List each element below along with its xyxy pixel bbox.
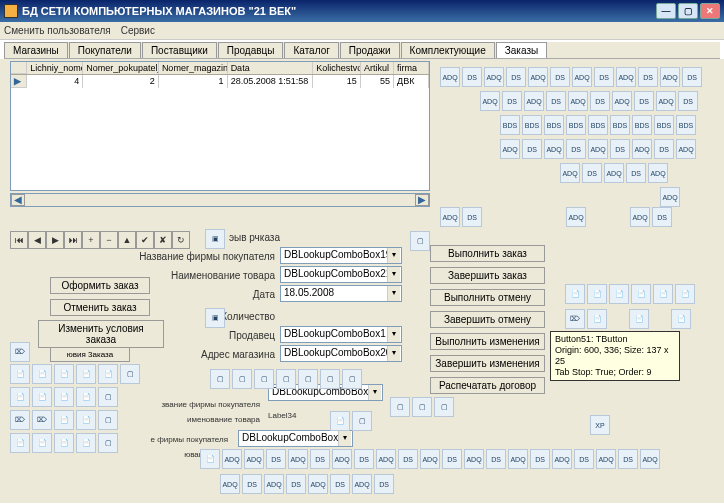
report-icon[interactable]: 📄 xyxy=(54,410,74,430)
report-icon[interactable]: 📄 xyxy=(32,364,52,384)
nav-prior-icon[interactable]: ◀ xyxy=(28,231,46,249)
ado-query-icon[interactable]: ADQ xyxy=(630,207,650,227)
datasource-icon[interactable]: DS xyxy=(522,139,542,159)
button-cancel-order[interactable]: Отменить заказ xyxy=(50,299,150,316)
tab-sellers[interactable]: Продавцы xyxy=(218,42,284,58)
ado-query-icon[interactable]: ADQ xyxy=(640,449,660,469)
col-pokupatel[interactable]: Nomer_pokupatelja xyxy=(83,62,159,74)
ado-query-icon[interactable]: ADQ xyxy=(484,67,504,87)
button-make-order[interactable]: Оформить заказ xyxy=(50,277,150,294)
bde-icon[interactable]: BDS xyxy=(544,115,564,135)
tab-orders[interactable]: Заказы xyxy=(496,42,547,58)
datasource-icon[interactable]: DS xyxy=(626,163,646,183)
checkbox-icon[interactable]: ▣ xyxy=(205,308,225,328)
ado-query-icon[interactable]: ADQ xyxy=(220,474,240,494)
menu-service[interactable]: Сервис xyxy=(121,25,155,36)
input-date[interactable]: 18.05.2008 xyxy=(280,285,402,302)
bin-icon[interactable]: ⌦ xyxy=(10,410,30,430)
report-icon[interactable]: 📄 xyxy=(76,433,96,453)
tab-sales[interactable]: Продажи xyxy=(340,42,400,58)
panel-icon[interactable]: ▢ xyxy=(98,387,118,407)
bde-icon[interactable]: BDS xyxy=(654,115,674,135)
panel-icon[interactable]: ▢ xyxy=(352,411,372,431)
report-icon[interactable]: 📄 xyxy=(200,449,220,469)
checkbox-icon[interactable]: ▣ xyxy=(205,229,225,249)
button-finish-order[interactable]: Завершить заказ xyxy=(430,267,545,284)
datasource-icon[interactable]: DS xyxy=(374,474,394,494)
panel-icon[interactable]: ▢ xyxy=(298,369,318,389)
ado-query-icon[interactable]: ADQ xyxy=(648,163,668,183)
datasource-icon[interactable]: DS xyxy=(506,67,526,87)
ado-query-icon[interactable]: ADQ xyxy=(616,67,636,87)
nav-edit-icon[interactable]: ▲ xyxy=(118,231,136,249)
scroll-right-icon[interactable]: ▶ xyxy=(415,194,429,206)
nav-delete-icon[interactable]: − xyxy=(100,231,118,249)
ado-query-icon[interactable]: ADQ xyxy=(528,67,548,87)
xp-manifest-icon[interactable]: XP xyxy=(590,415,610,435)
close-button[interactable]: ✕ xyxy=(700,3,720,19)
datasource-icon[interactable]: DS xyxy=(678,91,698,111)
report-icon[interactable]: 📄 xyxy=(330,411,350,431)
report-icon[interactable]: 📄 xyxy=(653,284,673,304)
ado-query-icon[interactable]: ADQ xyxy=(560,163,580,183)
bde-icon[interactable]: BDS xyxy=(588,115,608,135)
report-icon[interactable]: 📄 xyxy=(629,309,649,329)
col-artikul[interactable]: Artikul xyxy=(361,62,394,74)
tab-shops[interactable]: Магазины xyxy=(4,42,68,58)
nav-refresh-icon[interactable]: ↻ xyxy=(172,231,190,249)
ado-query-icon[interactable]: ADQ xyxy=(524,91,544,111)
report-icon[interactable]: 📄 xyxy=(32,387,52,407)
panel-icon[interactable]: ▢ xyxy=(320,369,340,389)
ado-query-icon[interactable]: ADQ xyxy=(660,187,680,207)
report-icon[interactable]: 📄 xyxy=(587,284,607,304)
datasource-icon[interactable]: DS xyxy=(442,449,462,469)
datasource-icon[interactable]: DS xyxy=(618,449,638,469)
ado-query-icon[interactable]: ADQ xyxy=(552,449,572,469)
combo-buyer-firm[interactable]: DBLookupComboBox19 xyxy=(280,247,402,264)
datasource-icon[interactable]: DS xyxy=(242,474,262,494)
report-icon[interactable]: 📄 xyxy=(587,309,607,329)
datasource-icon[interactable]: DS xyxy=(310,449,330,469)
button-print-contract[interactable]: Распечатать договор xyxy=(430,377,545,394)
ado-query-icon[interactable]: ADQ xyxy=(656,91,676,111)
button-finish-changes[interactable]: Завершить изменения xyxy=(430,355,545,372)
datasource-icon[interactable]: DS xyxy=(594,67,614,87)
grid-body[interactable]: ▶ 4 2 1 28.05.2008 1:51:58 15 55 ДВК xyxy=(11,75,429,175)
datasource-icon[interactable]: DS xyxy=(638,67,658,87)
ado-query-icon[interactable]: ADQ xyxy=(332,449,352,469)
datasource-icon[interactable]: DS xyxy=(654,139,674,159)
combo-seller[interactable]: DBLookupComboBox1 xyxy=(280,326,402,343)
bin-icon[interactable]: ⌦ xyxy=(565,309,585,329)
nav-next-icon[interactable]: ▶ xyxy=(46,231,64,249)
button-do-cancel[interactable]: Выполнить отмену xyxy=(430,289,545,306)
bde-icon[interactable]: BDS xyxy=(676,115,696,135)
col-kolich[interactable]: Kolichestvo xyxy=(313,62,361,74)
datasource-icon[interactable]: DS xyxy=(566,139,586,159)
datasource-icon[interactable]: DS xyxy=(530,449,550,469)
panel-icon[interactable]: ▢ xyxy=(98,410,118,430)
panel-icon[interactable]: ADQ xyxy=(222,449,242,469)
button-change-conditions-2[interactable]: ювия 3аказа xyxy=(50,347,130,362)
nav-cancel-icon[interactable]: ✘ xyxy=(154,231,172,249)
datasource-icon[interactable]: DS xyxy=(286,474,306,494)
col-magazin[interactable]: Nomer_magazina xyxy=(159,62,228,74)
tab-suppliers[interactable]: Поставщики xyxy=(142,42,217,58)
datasource-icon[interactable]: DS xyxy=(502,91,522,111)
report-icon[interactable]: 📄 xyxy=(98,364,118,384)
report-icon[interactable]: 📄 xyxy=(10,364,30,384)
ado-query-icon[interactable]: ADQ xyxy=(544,139,564,159)
report-icon[interactable]: 📄 xyxy=(10,387,30,407)
datasource-icon[interactable]: DS xyxy=(634,91,654,111)
datasource-icon[interactable]: DS xyxy=(574,449,594,469)
datasource-icon[interactable]: DS xyxy=(266,449,286,469)
report-icon[interactable]: 📄 xyxy=(32,433,52,453)
datasource-icon[interactable]: DS xyxy=(590,91,610,111)
panel-icon[interactable]: ▢ xyxy=(390,397,410,417)
bin-icon[interactable]: ⌦ xyxy=(10,342,30,362)
combo-shop-address[interactable]: DBLookupComboBox20 xyxy=(280,345,402,362)
col-data[interactable]: Data xyxy=(228,62,314,74)
panel-icon[interactable]: ▢ xyxy=(120,364,140,384)
ado-query-icon[interactable]: ADQ xyxy=(352,474,372,494)
datasource-icon[interactable]: DS xyxy=(652,207,672,227)
ado-query-icon[interactable]: ADQ xyxy=(572,67,592,87)
